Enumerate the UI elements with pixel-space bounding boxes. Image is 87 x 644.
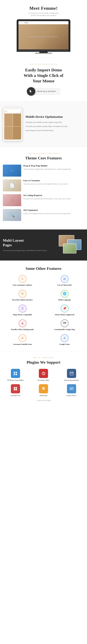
plugin-icon-cf7 xyxy=(67,384,76,393)
multi-layout-section: Multi Layout Pages We create Several Uni… xyxy=(0,230,87,260)
feature-text-3: No Coding Required No need to be a profe… xyxy=(23,194,71,200)
feature-icon-fontello: ★ xyxy=(19,334,26,342)
feature-img-inner-4: 🔍 xyxy=(3,209,21,221)
core-features-heading: Theme Core Features xyxy=(3,156,84,160)
feature-desc-4: HTML code integrated into the theme meet… xyxy=(23,212,70,215)
feature-title-3: No Coding Required xyxy=(23,194,71,196)
features-grid: ↻ Easy Automatic Updates ⊞ Lots of Short… xyxy=(3,275,84,346)
feature-title-1: Drag & Drop Page Builder xyxy=(23,164,71,167)
plugin-name-wpbakery: WP Bakery Page Builder xyxy=(7,379,24,381)
cf7-svg xyxy=(69,386,74,391)
plugin-name-booked: Booked Appointments xyxy=(64,379,79,381)
revolution-svg xyxy=(41,371,46,376)
feature-img-inner-1: ⊞ xyxy=(3,164,21,176)
multi-layout-images xyxy=(56,235,84,255)
booked-svg xyxy=(69,371,74,376)
multi-layout-text: Multi Layout Pages We create Several Uni… xyxy=(3,238,53,252)
feature-grid-item-6: ◈ Parallax Effect Backgrounds xyxy=(3,320,42,331)
plugin-item-booked: Booked Appointments xyxy=(59,369,84,381)
plugin-name-cf7: Contact Form 7 xyxy=(66,394,77,396)
feature-img-seo: 🔍 xyxy=(3,209,21,221)
plugin-icon-wpbakery xyxy=(11,369,20,378)
phone-img-1 xyxy=(4,114,12,126)
wpbakery-svg xyxy=(13,371,18,376)
svg-point-16 xyxy=(43,388,43,388)
plugin-icon-booked xyxy=(67,369,76,378)
plugin-icon-essential xyxy=(11,384,20,393)
phone-nav-bar: Femme xyxy=(4,109,21,113)
feature-icon-admin: ⚙ xyxy=(19,290,26,298)
feature-text-1: Drag & Drop Page Builder Visual Composer… xyxy=(23,164,71,170)
svg-rect-11 xyxy=(14,387,15,388)
svg-rect-2 xyxy=(14,374,15,375)
svg-rect-13 xyxy=(14,389,15,390)
laptop-base xyxy=(18,49,68,51)
plugin-item-wpbakery: WP Bakery Page Builder xyxy=(3,369,28,381)
laptop-outer: Femme Shop Ramadan Kitchen Planner for H… xyxy=(17,19,70,52)
feature-item-2: 📄 Easy to Customize Awesome easy-to-use … xyxy=(3,180,84,192)
feature-grid-item-9: A Google Fonts xyxy=(45,334,84,346)
feature-icon-updates: ↻ xyxy=(19,275,26,283)
cursor-icon xyxy=(29,90,33,93)
feature-label-6: Parallax Effect Backgrounds xyxy=(11,328,34,331)
mobile-desc-3: Fully Responsive layout & Retina Ready xyxy=(26,129,84,132)
installation-label: ONE CLICK INSTALLATION xyxy=(3,64,84,65)
mobile-desc-1: Absolutely all scrollable sections suppo… xyxy=(26,121,84,124)
feature-label-2: Powerful Admin Interface xyxy=(12,299,32,301)
phone-mockup: Femme xyxy=(3,107,22,141)
svg-point-17 xyxy=(44,388,44,388)
svg-point-15 xyxy=(42,387,45,390)
svg-rect-10 xyxy=(72,374,72,374)
screen-overlay-text: Shop Ramadan Kitchen Planner for Her Hea… xyxy=(27,35,60,39)
meet-femme-section: Meet Femme! An Awesome User-Friendly Com… xyxy=(0,0,87,58)
plugins-grid: WP Bakery Page Builder Revolution Slider xyxy=(3,369,84,396)
installation-heading: Easily Import Demo With a Single Click o… xyxy=(3,67,84,84)
feature-label-3: Multi Language xyxy=(58,299,71,301)
mobile-heading: Mobile Device Optimization xyxy=(26,115,84,119)
feature-icon-map: 🗺 xyxy=(61,320,68,327)
laptop-foot xyxy=(35,53,52,54)
plugin-icon-mailchimp xyxy=(39,384,48,393)
laptop-screen: Femme Shop Ramadan Kitchen Planner for H… xyxy=(18,21,68,49)
other-features-heading: Some Other Features xyxy=(3,266,84,271)
svg-rect-1 xyxy=(16,372,17,373)
plugin-name-revolution: Revolution Slider xyxy=(38,379,49,381)
feature-img-drag: ⊞ xyxy=(3,164,21,176)
install-icon[interactable] xyxy=(27,87,35,96)
plugins-more-text: ... and any more offers xyxy=(3,400,84,402)
feature-grid-item-7: 🗺 Customizable Google Map xyxy=(45,320,84,331)
phone-img-3 xyxy=(4,127,12,139)
feature-label-5: Sticky Menus Supported xyxy=(55,314,74,316)
feature-icon-parallax: ◈ xyxy=(19,320,26,327)
feature-icon-language: 🌐 xyxy=(61,290,68,298)
svg-rect-0 xyxy=(14,372,15,373)
feature-label-1: Lots of Shortcodes xyxy=(57,284,72,286)
laptop-stand xyxy=(39,52,48,53)
installation-button[interactable]: INSTALLATION xyxy=(34,88,60,95)
feature-grid-item-3: 🌐 Multi Language xyxy=(45,290,84,301)
feature-img-inner-2: 📄 xyxy=(3,180,21,192)
nocode-icon: ⊘ xyxy=(10,198,14,203)
feature-item-4: 🔍 SEO Optimized HTML code integrated int… xyxy=(3,209,84,221)
plugin-name-mailchimp: MailChimp xyxy=(40,394,47,396)
plugin-item-essential: Essential Grid xyxy=(3,384,28,396)
svg-rect-3 xyxy=(16,374,17,375)
feature-img-customize: 📄 xyxy=(3,180,21,192)
plugin-item-cf7: Contact Form 7 xyxy=(59,384,84,396)
mobile-desc-2: The theme uses Mobile Friendly sliders: … xyxy=(26,125,84,128)
plugins-section: FREE & COMPATIBLE Plugins We Support WP … xyxy=(0,351,87,407)
nav-dot-2 xyxy=(21,22,22,23)
phone-img-2 xyxy=(13,114,21,126)
feature-grid-item-8: ★ Awesome Fontello Icons xyxy=(3,334,42,346)
core-features-label: FOR EASY WEBSITE CREATION xyxy=(3,152,84,154)
mobile-device-section: Femme Mobile Device Optimization Absolut… xyxy=(0,102,87,147)
feature-icon-megamenu: ☰ xyxy=(19,305,26,312)
feature-label-4: Mega Menu Compatible xyxy=(13,314,32,316)
feature-label-8: Awesome Fontello Icons xyxy=(13,343,32,346)
feature-desc-3: No need to be a professional web develop… xyxy=(23,198,71,200)
feature-title-4: SEO Optimized xyxy=(23,209,70,212)
seo-icon: 🔍 xyxy=(10,212,15,218)
feature-grid-item-2: ⚙ Powerful Admin Interface xyxy=(3,290,42,301)
layout-card-3 xyxy=(63,244,76,254)
svg-rect-12 xyxy=(16,387,17,388)
